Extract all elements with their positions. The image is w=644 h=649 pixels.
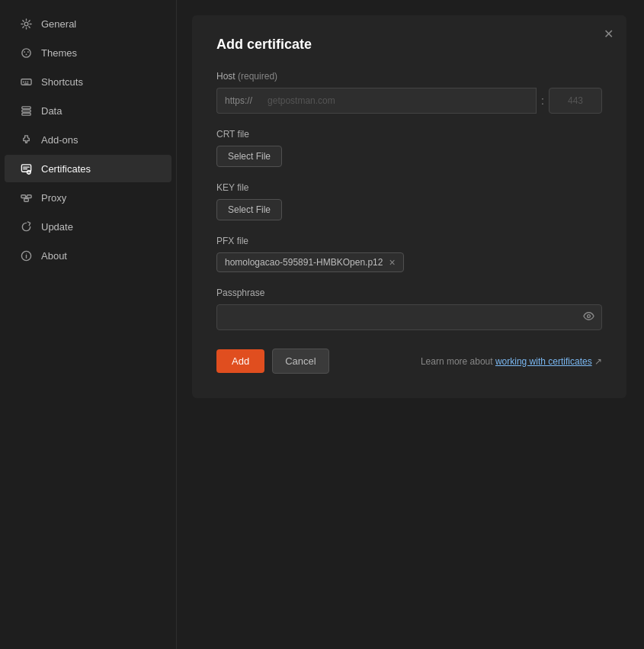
svg-point-1 [21,48,30,56]
host-label: Host (required) [216,71,602,82]
pfx-file-tag: homologacao-595891-HMBKOpen.p12 × [216,252,404,272]
certificates-icon [20,162,32,175]
host-required: (required) [238,71,277,82]
sidebar-item-themes[interactable]: Themes [5,39,171,66]
svg-rect-11 [21,110,30,112]
learn-more-link[interactable]: working with certificates [495,356,592,367]
host-prefix: https:// [216,88,260,114]
sidebar-item-shortcuts[interactable]: Shortcuts [5,68,171,95]
sidebar-item-certificates[interactable]: Certificates [5,155,171,182]
sidebar: General Themes Shortcuts Data Add-ons Ce… [0,0,177,649]
passphrase-group: Passphrase [216,288,602,330]
svg-point-0 [24,22,28,26]
close-button[interactable]: ✕ [601,26,616,41]
learn-more: Learn more about working with certificat… [421,356,602,367]
update-icon [20,220,32,233]
crt-select-button[interactable]: Select File [216,146,282,167]
form-actions: Add Cancel Learn more about working with… [216,349,602,374]
addons-icon [20,133,32,146]
passphrase-input[interactable] [216,304,602,330]
main-content: ✕ Add certificate Host (required) https:… [177,0,644,649]
sidebar-item-label: Data [41,105,62,117]
proxy-icon [20,191,32,204]
host-group: Host (required) https:// : [216,71,602,114]
crt-label: CRT file [216,129,602,140]
palette-icon [20,47,32,59]
add-certificate-panel: ✕ Add certificate Host (required) https:… [192,15,626,398]
passphrase-wrapper [216,304,602,330]
modal-title: Add certificate [216,37,602,53]
sidebar-item-addons[interactable]: Add-ons [5,126,171,153]
sidebar-item-label: Certificates [41,163,91,175]
svg-point-25 [26,253,27,254]
host-input[interactable] [260,88,537,114]
svg-rect-12 [21,113,30,115]
sidebar-item-proxy[interactable]: Proxy [5,184,171,211]
sidebar-item-update[interactable]: Update [5,213,171,240]
sidebar-item-label: Themes [41,47,77,59]
cancel-button[interactable]: Cancel [272,349,328,374]
passphrase-label: Passphrase [216,288,602,298]
pfx-label: PFX file [216,236,602,246]
sidebar-item-about[interactable]: About [5,242,171,269]
sidebar-item-general[interactable]: General [5,10,171,37]
sidebar-item-label: General [41,18,76,30]
svg-rect-19 [27,194,31,198]
svg-rect-18 [21,194,25,198]
key-label: KEY file [216,182,602,193]
colon-separator: : [537,95,549,107]
sidebar-item-label: Update [41,221,73,233]
sidebar-item-label: About [41,250,67,262]
pfx-remove-button[interactable]: × [389,257,395,268]
pfx-group: PFX file homologacao-595891-HMBKOpen.p12… [216,236,602,272]
sidebar-item-label: Add-ons [41,134,78,146]
svg-rect-10 [21,106,30,108]
key-group: KEY file Select File [216,182,602,220]
keyboard-icon [20,76,32,88]
sidebar-item-label: Shortcuts [41,76,83,88]
data-icon [20,104,32,117]
svg-point-26 [588,315,591,318]
key-select-button[interactable]: Select File [216,199,282,220]
host-row: https:// : [216,88,602,114]
crt-group: CRT file Select File [216,129,602,167]
add-button[interactable]: Add [216,349,264,373]
pfx-filename: homologacao-595891-HMBKOpen.p12 [225,257,383,268]
svg-point-3 [27,51,28,53]
eye-icon[interactable] [583,310,594,324]
gear-icon [20,18,32,30]
svg-point-4 [25,53,27,55]
sidebar-item-data[interactable]: Data [5,97,171,124]
sidebar-item-label: Proxy [41,192,66,204]
svg-point-2 [24,51,25,53]
about-icon [20,249,32,262]
port-input[interactable] [549,88,602,114]
